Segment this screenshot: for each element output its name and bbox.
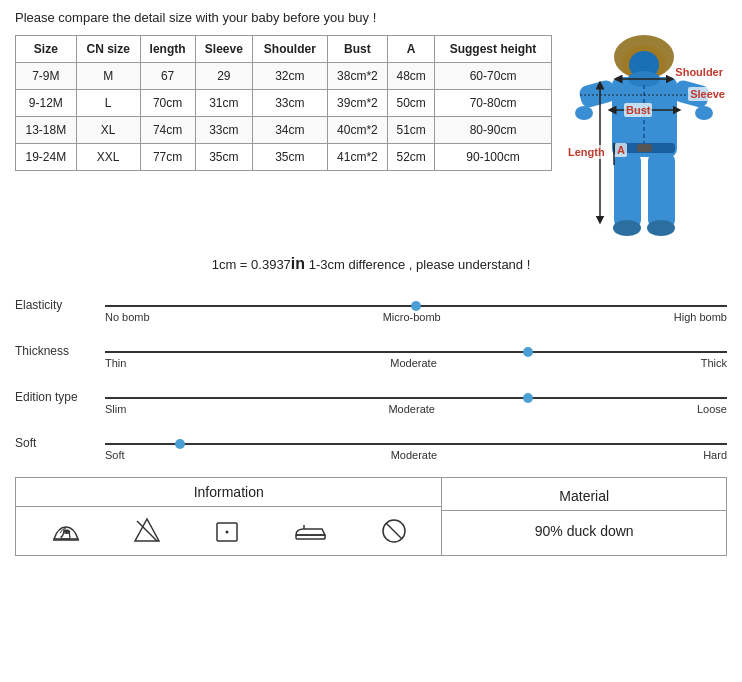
attr-bar-label-left: Slim bbox=[105, 403, 126, 415]
attr-bar-label-mid: Moderate bbox=[391, 449, 437, 461]
attribute-label: Elasticity bbox=[15, 298, 105, 312]
attribute-row: SoftSoftModerateHard bbox=[15, 425, 727, 461]
dry-clean-icon bbox=[213, 517, 241, 545]
attribute-dot bbox=[523, 347, 533, 357]
table-row: 9-12ML70cm31cm33cm39cm*250cm70-80cm bbox=[16, 90, 552, 117]
table-cell: 35cm bbox=[253, 144, 328, 171]
no-wash-icon bbox=[380, 517, 408, 545]
table-cell: 33cm bbox=[253, 90, 328, 117]
table-header: Suggest height bbox=[435, 36, 552, 63]
svg-line-28 bbox=[386, 523, 402, 539]
attribute-bar-labels: SoftModerateHard bbox=[105, 449, 727, 461]
table-header: Shoulder bbox=[253, 36, 328, 63]
attr-bar-label-mid: Moderate bbox=[390, 357, 436, 369]
svg-point-7 bbox=[575, 106, 593, 120]
attributes-section: ElasticityNo bombMicro-bombHigh bombThic… bbox=[15, 287, 727, 461]
attribute-bar-labels: ThinModerateThick bbox=[105, 357, 727, 369]
attribute-bar-line bbox=[105, 443, 727, 445]
info-material-section: Information bbox=[15, 477, 727, 556]
table-header: Bust bbox=[327, 36, 388, 63]
table-cell: 40cm*2 bbox=[327, 117, 388, 144]
table-header: Size bbox=[16, 36, 77, 63]
attribute-bar-labels: SlimModerateLoose bbox=[105, 403, 727, 415]
table-cell: 34cm bbox=[253, 117, 328, 144]
table-header: length bbox=[140, 36, 195, 63]
attribute-bar-line bbox=[105, 305, 727, 307]
table-cell: 32cm bbox=[253, 63, 328, 90]
svg-rect-25 bbox=[296, 535, 325, 539]
table-cell: 48cm bbox=[388, 63, 435, 90]
attr-bar-label-left: Soft bbox=[105, 449, 125, 461]
attribute-bar-wrapper: ThinModerateThick bbox=[105, 333, 727, 369]
attr-bar-label-right: Hard bbox=[703, 449, 727, 461]
attribute-row: ThicknessThinModerateThick bbox=[15, 333, 727, 369]
attribute-row: ElasticityNo bombMicro-bombHigh bomb bbox=[15, 287, 727, 323]
material-header: Material bbox=[442, 482, 726, 511]
main-section: SizeCN sizelengthSleeveShoulderBustASugg… bbox=[15, 35, 727, 245]
attr-bar-label-mid: Moderate bbox=[388, 403, 434, 415]
table-cell: 52cm bbox=[388, 144, 435, 171]
table-cell: 33cm bbox=[195, 117, 252, 144]
table-cell: 19-24M bbox=[16, 144, 77, 171]
svg-rect-10 bbox=[637, 144, 652, 152]
svg-point-13 bbox=[613, 220, 641, 236]
table-cell: 7-9M bbox=[16, 63, 77, 90]
table-cell: 41cm*2 bbox=[327, 144, 388, 171]
table-cell: 29 bbox=[195, 63, 252, 90]
table-cell: 70-80cm bbox=[435, 90, 552, 117]
table-cell: 74cm bbox=[140, 117, 195, 144]
table-cell: 70cm bbox=[140, 90, 195, 117]
info-column: Information bbox=[16, 478, 442, 555]
attribute-bar-wrapper: SlimModerateLoose bbox=[105, 379, 727, 415]
table-row: 13-18MXL74cm33cm34cm40cm*251cm80-90cm bbox=[16, 117, 552, 144]
table-cell: 60-70cm bbox=[435, 63, 552, 90]
table-header: CN size bbox=[76, 36, 140, 63]
attr-bar-label-left: No bomb bbox=[105, 311, 150, 323]
svg-point-24 bbox=[225, 531, 228, 534]
table-cell: 67 bbox=[140, 63, 195, 90]
size-table: SizeCN sizelengthSleeveShoulderBustASugg… bbox=[15, 35, 552, 171]
cm-note: 1cm = 0.3937in 1-3cm difference , please… bbox=[15, 255, 727, 273]
table-cell: 51cm bbox=[388, 117, 435, 144]
table-header: A bbox=[388, 36, 435, 63]
attribute-label: Edition type bbox=[15, 390, 105, 404]
attr-bar-label-mid: Micro-bomb bbox=[383, 311, 441, 323]
svg-rect-12 bbox=[648, 153, 675, 228]
attr-bar-label-left: Thin bbox=[105, 357, 126, 369]
attribute-dot bbox=[175, 439, 185, 449]
material-column: Material 90% duck down bbox=[442, 478, 726, 555]
attribute-bar-line bbox=[105, 397, 727, 399]
iron-icon bbox=[292, 517, 328, 545]
table-cell: XL bbox=[76, 117, 140, 144]
table-row: 7-9MM672932cm38cm*248cm60-70cm bbox=[16, 63, 552, 90]
table-cell: 39cm*2 bbox=[327, 90, 388, 117]
attr-bar-label-right: High bomb bbox=[674, 311, 727, 323]
table-cell: L bbox=[76, 90, 140, 117]
garment-image: Shoulder Sleeve Bust A Length bbox=[562, 35, 727, 245]
cm-note-part2: 1-3cm difference , please understand ! bbox=[305, 257, 530, 272]
attribute-label: Thickness bbox=[15, 344, 105, 358]
material-text: 90% duck down bbox=[523, 511, 646, 551]
attr-bar-label-right: Loose bbox=[697, 403, 727, 415]
attribute-dot bbox=[523, 393, 533, 403]
attribute-row: Edition typeSlimModerateLoose bbox=[15, 379, 727, 415]
table-cell: 13-18M bbox=[16, 117, 77, 144]
attribute-bar-line bbox=[105, 351, 727, 353]
cm-note-unit: in bbox=[291, 255, 305, 272]
svg-rect-11 bbox=[614, 153, 641, 228]
attribute-dot bbox=[411, 301, 421, 311]
info-icons-row bbox=[16, 507, 441, 555]
table-cell: M bbox=[76, 63, 140, 90]
table-cell: 77cm bbox=[140, 144, 195, 171]
cm-note-part1: 1cm = 0.3937 bbox=[212, 257, 291, 272]
size-table-wrapper: SizeCN sizelengthSleeveShoulderBustASugg… bbox=[15, 35, 552, 245]
intro-text: Please compare the detail size with your… bbox=[15, 10, 727, 25]
svg-point-8 bbox=[695, 106, 713, 120]
wash-icon bbox=[50, 517, 82, 545]
table-cell: XXL bbox=[76, 144, 140, 171]
table-cell: 35cm bbox=[195, 144, 252, 171]
attribute-bar-wrapper: No bombMicro-bombHigh bomb bbox=[105, 287, 727, 323]
svg-point-14 bbox=[647, 220, 675, 236]
attribute-bar-wrapper: SoftModerateHard bbox=[105, 425, 727, 461]
no-bleach-icon bbox=[133, 517, 161, 545]
